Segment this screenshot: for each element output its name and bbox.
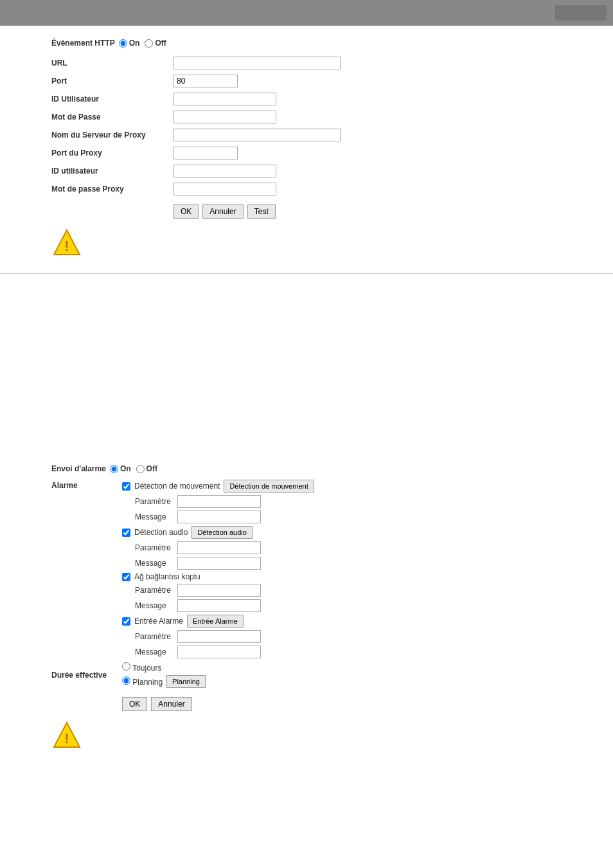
detection-audio-label: Détection audio xyxy=(134,528,188,537)
detection-mouvement-param-label: Paramètre xyxy=(135,497,173,506)
alarme-label: Alarme xyxy=(51,480,122,490)
ag-baglantisi-param-input[interactable] xyxy=(177,584,261,597)
http-section-title: Évènement HTTP On Off xyxy=(51,39,594,48)
detection-audio-button[interactable]: Détection audio xyxy=(191,526,252,539)
ag-baglantisi-param-label: Paramètre xyxy=(135,586,173,595)
alarm-ok-button[interactable]: OK xyxy=(122,697,147,711)
http-off-radio[interactable] xyxy=(145,39,153,48)
proxy-id-input[interactable] xyxy=(173,165,276,177)
detection-audio-param-label: Paramètre xyxy=(135,543,173,552)
detection-audio-checkbox[interactable] xyxy=(122,529,130,537)
svg-text:!: ! xyxy=(64,730,69,746)
entree-alarme-label: Entrée Alarme xyxy=(134,617,183,626)
toujours-radio[interactable] xyxy=(122,662,130,671)
ag-baglantisi-message-row: Message xyxy=(122,599,314,612)
detection-mouvement-row: Détection de mouvement Détection de mouv… xyxy=(122,480,314,493)
entree-alarme-message-label: Message xyxy=(135,647,173,656)
ag-baglantisi-checkbox[interactable] xyxy=(122,573,130,581)
ag-baglantisi-label: Ağ bağlantısı koptu xyxy=(134,572,200,581)
duree-effective-label: Durée effective xyxy=(51,671,122,680)
http-on-radio-group: On Off xyxy=(119,39,166,48)
alarm-on-radio[interactable] xyxy=(110,465,118,473)
http-button-row: OK Annuler Test xyxy=(173,204,594,219)
detection-audio-param-input[interactable] xyxy=(177,541,261,554)
detection-mouvement-checkbox[interactable] xyxy=(122,482,130,491)
detection-audio-message-label: Message xyxy=(135,559,173,568)
detection-audio-row: Détection audio Détection audio xyxy=(122,526,314,539)
entree-alarme-param-input[interactable] xyxy=(177,630,261,643)
proxy-server-input[interactable] xyxy=(173,129,341,141)
alarm-button-row: OK Annuler xyxy=(122,697,594,711)
planning-label[interactable]: Planning xyxy=(122,676,163,687)
mot-de-passe-row: Mot de Passe xyxy=(51,111,594,123)
http-title-text: Évènement HTTP xyxy=(51,39,115,48)
detection-mouvement-param-input[interactable] xyxy=(177,495,261,508)
alarm-off-label[interactable]: Off xyxy=(136,464,157,473)
http-event-panel: Évènement HTTP On Off URL Port ID Utilis… xyxy=(0,26,613,273)
alarm-off-radio[interactable] xyxy=(136,465,145,473)
proxy-server-row: Nom du Serveur de Proxy xyxy=(51,129,594,141)
url-input[interactable] xyxy=(173,57,341,69)
port-label: Port xyxy=(51,77,173,86)
proxy-port-label: Port du Proxy xyxy=(51,149,173,158)
alarm-content: Détection de mouvement Détection de mouv… xyxy=(122,480,314,658)
http-warning-icon: ! xyxy=(51,228,82,258)
id-utilisateur-input[interactable] xyxy=(173,93,276,105)
proxy-id-row: ID utilisateur xyxy=(51,165,594,177)
alarm-section-title: Envoi d'alarme On Off xyxy=(51,464,594,473)
detection-audio-message-input[interactable] xyxy=(177,557,261,570)
proxy-port-input[interactable] xyxy=(173,147,238,159)
entree-alarme-message-row: Message xyxy=(122,646,314,658)
port-input[interactable] xyxy=(173,75,238,87)
ag-baglantisi-param-row: Paramètre xyxy=(122,584,314,597)
id-utilisateur-label: ID Utilisateur xyxy=(51,95,173,104)
alarm-toggle-group: On Off xyxy=(110,464,157,473)
planning-button[interactable]: Planning xyxy=(166,675,206,688)
proxy-id-label: ID utilisateur xyxy=(51,167,173,176)
alarm-title-text: Envoi d'alarme xyxy=(51,464,106,473)
detection-mouvement-param-row: Paramètre xyxy=(122,495,314,508)
detection-audio-message-row: Message xyxy=(122,557,314,570)
entree-alarme-checkbox[interactable] xyxy=(122,617,130,626)
svg-text:!: ! xyxy=(64,238,69,254)
http-off-label[interactable]: Off xyxy=(145,39,166,48)
top-bar xyxy=(0,0,613,26)
http-on-radio[interactable] xyxy=(119,39,127,48)
entree-alarme-button[interactable]: Entrée Alarme xyxy=(187,615,244,628)
proxy-password-label: Mot de passe Proxy xyxy=(51,185,173,194)
ag-baglantisi-row: Ağ bağlantısı koptu xyxy=(122,572,314,581)
proxy-password-input[interactable] xyxy=(173,183,276,195)
proxy-server-label: Nom du Serveur de Proxy xyxy=(51,131,173,140)
planning-row: Planning Planning xyxy=(122,675,206,688)
entree-alarme-param-label: Paramètre xyxy=(135,632,173,641)
http-ok-button[interactable]: OK xyxy=(173,204,199,219)
proxy-port-row: Port du Proxy xyxy=(51,147,594,159)
http-annuler-button[interactable]: Annuler xyxy=(202,204,243,219)
entree-alarme-param-row: Paramètre xyxy=(122,630,314,643)
detection-mouvement-button[interactable]: Détection de mouvement xyxy=(224,480,314,493)
ag-baglantisi-message-input[interactable] xyxy=(177,599,261,612)
http-test-button[interactable]: Test xyxy=(247,204,276,219)
alarm-annuler-button[interactable]: Annuler xyxy=(151,697,191,711)
detection-audio-param-row: Paramètre xyxy=(122,541,314,554)
entree-alarme-row: Entrée Alarme Entrée Alarme xyxy=(122,615,314,628)
alarm-on-label[interactable]: On xyxy=(110,464,131,473)
toujours-label[interactable]: Toujours xyxy=(122,662,161,673)
ag-baglantisi-message-label: Message xyxy=(135,601,173,610)
entree-alarme-message-input[interactable] xyxy=(177,646,261,658)
toujours-row: Toujours xyxy=(122,662,206,673)
duree-effective-row: Durée effective Toujours Planning Planni… xyxy=(51,662,594,688)
mot-de-passe-label: Mot de Passe xyxy=(51,113,173,122)
detection-mouvement-label: Détection de mouvement xyxy=(134,482,220,491)
id-utilisateur-row: ID Utilisateur xyxy=(51,93,594,105)
proxy-password-row: Mot de passe Proxy xyxy=(51,183,594,195)
http-on-label[interactable]: On xyxy=(119,39,140,48)
detection-mouvement-message-label: Message xyxy=(135,512,173,521)
mot-de-passe-input[interactable] xyxy=(173,111,276,123)
url-row: URL xyxy=(51,57,594,69)
alarm-panel: Envoi d'alarme On Off Alarme Détection d… xyxy=(0,454,613,766)
planning-radio[interactable] xyxy=(122,676,130,685)
detection-mouvement-message-input[interactable] xyxy=(177,511,261,523)
duree-options: Toujours Planning Planning xyxy=(122,662,206,688)
url-label: URL xyxy=(51,59,173,68)
